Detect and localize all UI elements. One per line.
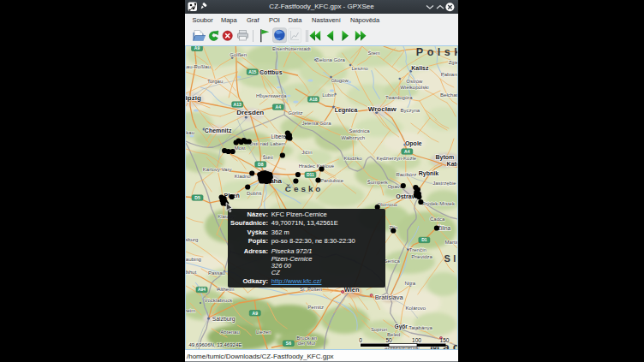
svg-text:Čadca: Čadca xyxy=(430,217,445,222)
svg-text:D5: D5 xyxy=(194,195,200,200)
svg-text:Altheim: Altheim xyxy=(218,287,235,292)
svg-text:Görlitz: Görlitz xyxy=(288,110,302,116)
svg-text:Kolárovo: Kolárovo xyxy=(405,306,426,311)
svg-text:Polska: Polska xyxy=(416,46,457,58)
svg-text:Eisenhüttenstadt: Eisenhüttenstadt xyxy=(272,46,311,51)
svg-text:Golßen: Golßen xyxy=(230,52,247,57)
svg-text:Wien: Wien xyxy=(344,286,360,294)
svg-text:Wielkopolski: Wielkopolski xyxy=(400,85,428,90)
svg-text:Chemnitz: Chemnitz xyxy=(205,128,232,134)
svg-text:Senica: Senica xyxy=(385,258,401,264)
svg-text:Ostrów: Ostrów xyxy=(406,79,423,84)
svg-text:Sopron: Sopron xyxy=(371,328,387,333)
svg-text:Legnica: Legnica xyxy=(335,107,358,114)
svg-text:Olomouc: Olomouc xyxy=(377,202,397,207)
svg-text:Świdnica: Świdnica xyxy=(349,128,371,134)
svg-text:Straubing: Straubing xyxy=(186,257,201,262)
svg-text:Hoyerswerda: Hoyerswerda xyxy=(256,93,287,98)
svg-text:Prievidza: Prievidza xyxy=(411,254,432,259)
svg-text:Jastrzębie: Jastrzębie xyxy=(432,181,456,186)
svg-text:Zgierz: Zgierz xyxy=(449,60,457,65)
svg-text:Abtenau: Abtenau xyxy=(220,329,239,335)
svg-text:Vöcklabruck: Vöcklabruck xyxy=(204,298,233,303)
svg-text:Dessau-Roßlau: Dessau-Roßlau xyxy=(186,64,211,69)
svg-text:S6: S6 xyxy=(286,341,291,346)
svg-text:Bełchatów: Bełchatów xyxy=(440,92,457,98)
svg-text:Pabianice: Pabianice xyxy=(441,72,457,77)
svg-text:Jelenia Góra: Jelenia Góra xyxy=(301,121,331,126)
svg-text:Salzburg: Salzburg xyxy=(212,316,236,323)
svg-text:A4: A4 xyxy=(276,104,282,110)
svg-text:Bytom: Bytom xyxy=(436,154,455,161)
svg-text:D1: D1 xyxy=(421,237,427,242)
svg-text:A94: A94 xyxy=(198,287,206,292)
svg-text:A18: A18 xyxy=(309,97,317,102)
svg-text:Pardubice: Pardubice xyxy=(320,178,344,183)
svg-text:Zielona Góra: Zielona Góra xyxy=(315,57,345,62)
svg-text:Dresden: Dresden xyxy=(236,109,264,116)
svg-text:Štětí: Štětí xyxy=(263,155,274,160)
svg-text:Wrocław: Wrocław xyxy=(368,105,397,113)
svg-text:Győr: Győr xyxy=(395,323,408,330)
svg-text:Śrem: Śrem xyxy=(368,50,380,56)
svg-text:Nitra: Nitra xyxy=(404,281,415,286)
svg-text:Bratislava: Bratislava xyxy=(375,294,404,301)
svg-text:Torgau: Torgau xyxy=(207,79,223,84)
svg-text:Cottbus: Cottbus xyxy=(259,69,283,75)
svg-text:Most: Most xyxy=(235,145,246,151)
svg-text:Šumperk: Šumperk xyxy=(367,180,389,185)
svg-text:nheim: nheim xyxy=(186,308,195,313)
svg-text:A9: A9 xyxy=(253,311,259,316)
svg-text:Kalisz: Kalisz xyxy=(411,65,429,71)
svg-text:Głogów: Głogów xyxy=(331,78,349,83)
svg-text:Tatabánya: Tatabánya xyxy=(408,325,432,330)
svg-text:A13: A13 xyxy=(234,102,242,107)
svg-text:Frýdek-Místek: Frýdek-Místek xyxy=(422,201,456,206)
svg-text:Leszno: Leszno xyxy=(351,66,368,71)
svg-text:Hradec Králové: Hradec Králové xyxy=(299,163,335,169)
svg-text:St. Pölten: St. Pölten xyxy=(300,287,322,292)
svg-text:Byczyna: Byczyna xyxy=(400,108,420,113)
svg-text:Regensburg: Regensburg xyxy=(186,237,198,242)
svg-text:Leipzig: Leipzig xyxy=(186,94,201,102)
svg-text:D11: D11 xyxy=(307,172,314,177)
svg-text:Liezen: Liezen xyxy=(256,329,271,335)
svg-text:Zwickau: Zwickau xyxy=(186,130,194,135)
svg-text:A4: A4 xyxy=(404,149,410,154)
svg-text:Wałbrzych: Wałbrzych xyxy=(341,135,365,140)
svg-text:Žilina: Žilina xyxy=(438,224,451,231)
svg-text:Trenčín: Trenčín xyxy=(409,247,426,252)
svg-text:Jičín: Jičín xyxy=(301,150,312,155)
svg-text:Dobříš: Dobříš xyxy=(247,191,262,196)
svg-text:A9: A9 xyxy=(194,46,200,50)
svg-text:Passau: Passau xyxy=(208,270,225,276)
svg-text:Lubin: Lubin xyxy=(322,92,335,98)
svg-text:D8: D8 xyxy=(258,162,264,167)
svg-text:Kladno: Kladno xyxy=(235,174,251,179)
svg-text:Opole: Opole xyxy=(405,140,422,147)
svg-text:Martin: Martin xyxy=(445,240,457,245)
svg-text:Ústí nad Labem: Ústí nad Labem xyxy=(249,142,285,147)
svg-text:Katowice: Katowice xyxy=(447,161,457,167)
svg-text:Landshut: Landshut xyxy=(186,270,197,275)
svg-text:Česko: Česko xyxy=(285,185,324,194)
svg-text:A15: A15 xyxy=(248,69,256,74)
svg-text:Kłodzko: Kłodzko xyxy=(343,156,362,161)
svg-text:Rybnik: Rybnik xyxy=(419,170,438,177)
svg-text:der Mur: der Mur xyxy=(298,341,316,346)
svg-text:Karlovy Vary: Karlovy Vary xyxy=(203,167,232,172)
svg-text:Twardogóra: Twardogóra xyxy=(385,95,413,100)
svg-text:Pernitz: Pernitz xyxy=(307,305,324,310)
svg-text:Racibórz: Racibórz xyxy=(396,172,416,177)
svg-text:Kędzierzyn-Koźle: Kędzierzyn-Koźle xyxy=(376,156,416,161)
svg-text:Slovensko: Slovensko xyxy=(444,253,457,264)
